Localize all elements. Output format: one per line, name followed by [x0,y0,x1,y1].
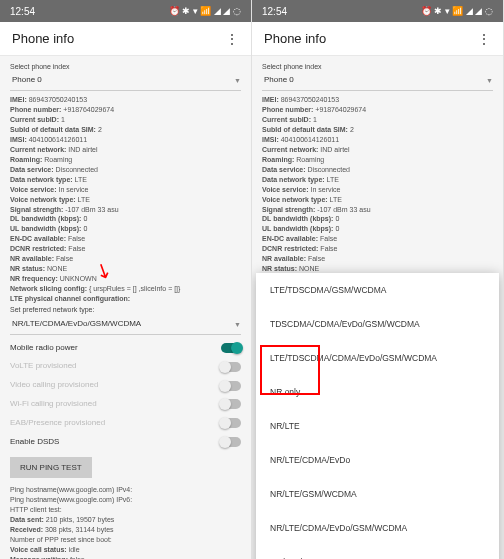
data-service-row: Data service: Disconnected [10,165,241,174]
popup-item[interactable]: NR/LTE/GSM/WCDMA [256,477,499,511]
data-received-row: Received: 308 pkts, 31144 bytes [10,525,241,534]
popup-item[interactable]: LTE/TDSCDMA/GSM/WCDMA [256,273,499,307]
pref-network-label: Set preferred network type: [10,305,241,314]
imsi-row: IMSI: 404100614126011 [10,135,241,144]
overflow-menu-icon[interactable]: ⋮ [477,31,491,47]
subid-row: Current subID: 1 [10,115,241,124]
toggle-switch [221,418,241,428]
data-network-row: Data network type: LTE [10,175,241,184]
status-icons: ⏰ ✱ ▾ 📶 ◢ ◢ ◌ [421,6,493,16]
phone-index-label: Select phone index [262,62,493,71]
phone-index-dropdown[interactable]: Phone 0 ▼ [10,73,241,91]
phone-index-dropdown[interactable]: Phone 0 ▼ [262,73,493,91]
status-time: 12:54 [262,6,287,17]
ping-ipv6-row: Ping hostname(www.google.com) IPv6: [10,495,241,504]
network-type-popup: LTE/TDSCDMA/GSM/WCDMA TDSCDMA/CDMA/EvDo/… [256,273,499,559]
endc-row: EN-DC available: False [10,234,241,243]
left-screen: 12:54 ⏰ ✱ ▾ 📶 ◢ ◢ ◌ Phone info ⋮ Select … [0,0,252,559]
signal-row: Signal strength: -107 dBm 33 asu [10,205,241,214]
lte-phy-row: LTE physical channel configuration: [10,294,241,303]
ul-bandwidth-row: UL bandwidth (kbps): 0 [10,224,241,233]
toggle-switch[interactable] [221,437,241,447]
video-call-row: Video calling provisioned [10,376,241,395]
phone-number-row: Phone number: +918764029674 [10,105,241,114]
nr-status-row: NR status: NONE [10,264,241,273]
slicing-row: Network slicing config: { urspRules = []… [10,284,241,293]
dcnr-row: DCNR restricted: False [10,244,241,253]
status-bar: 12:54 ⏰ ✱ ▾ 📶 ◢ ◢ ◌ [252,0,503,22]
ping-ipv4-row: Ping hostname(www.google.com) IPv4: [10,485,241,494]
nr-freq-row: NR frequency: UNKNOWN [10,274,241,283]
toggle-switch[interactable] [221,343,241,353]
mobile-radio-power-row[interactable]: Mobile radio power [10,339,241,358]
chevron-down-icon: ▼ [234,76,241,85]
pref-network-dropdown[interactable]: NR/LTE/CDMA/EvDo/GSM/WCDMA ▼ [10,317,241,335]
overflow-menu-icon[interactable]: ⋮ [225,31,239,47]
ppp-reset-row: Number of PPP reset since boot: [10,535,241,544]
wifi-call-row: Wi-Fi calling provisioned [10,395,241,414]
popup-item-nr-only[interactable]: NR only [256,375,499,409]
nr-available-row: NR available: False [10,254,241,263]
status-icons: ⏰ ✱ ▾ 📶 ◢ ◢ ◌ [169,6,241,16]
popup-item[interactable]: LTE/TDSCDMA/CDMA/EvDo/GSM/WCDMA [256,341,499,375]
popup-item[interactable]: NR/LTE/WCDMA [256,545,499,559]
popup-item[interactable]: TDSCDMA/CDMA/EvDo/GSM/WCDMA [256,307,499,341]
default-sim-row: SubId of default data SIM: 2 [10,125,241,134]
popup-item[interactable]: NR/LTE/CDMA/EvDo/GSM/WCDMA [256,511,499,545]
imei-row: IMEI: 869437050240153 [10,95,241,104]
content-area: Select phone index Phone 0 ▼ IMEI: 86943… [0,56,251,559]
phone-index-label: Select phone index [10,62,241,71]
right-screen: 12:54 ⏰ ✱ ▾ 📶 ◢ ◢ ◌ Phone info ⋮ Select … [252,0,504,559]
toggle-switch [221,399,241,409]
page-title: Phone info [12,31,74,46]
chevron-down-icon: ▼ [486,76,493,85]
popup-item-nr-lte[interactable]: NR/LTE [256,409,499,443]
dsds-row[interactable]: Enable DSDS [10,433,241,452]
roaming-row: Roaming: Roaming [10,155,241,164]
voice-call-status-row: Voice call status: idle [10,545,241,554]
eab-row: EAB/Presence provisioned [10,414,241,433]
status-time: 12:54 [10,6,35,17]
volte-row: VoLTE provisioned [10,357,241,376]
popup-item[interactable]: NR/LTE/CDMA/EvDo [256,443,499,477]
data-sent-row: Data sent: 210 pkts, 19507 bytes [10,515,241,524]
voice-service-row: Voice service: In service [10,185,241,194]
chevron-down-icon: ▼ [234,320,241,329]
dl-bandwidth-row: DL bandwidth (kbps): 0 [10,214,241,223]
page-title: Phone info [264,31,326,46]
app-bar: Phone info ⋮ [0,22,251,56]
toggle-switch [221,381,241,391]
run-ping-button[interactable]: RUN PING TEST [10,457,92,478]
status-bar: 12:54 ⏰ ✱ ▾ 📶 ◢ ◢ ◌ [0,0,251,22]
toggle-switch [221,362,241,372]
http-test-row: HTTP client test: [10,505,241,514]
app-bar: Phone info ⋮ [252,22,503,56]
current-network-row: Current network: IND airtel [10,145,241,154]
message-waiting-row: Message waiting: false [10,555,241,560]
voice-network-row: Voice network type: LTE [10,195,241,204]
